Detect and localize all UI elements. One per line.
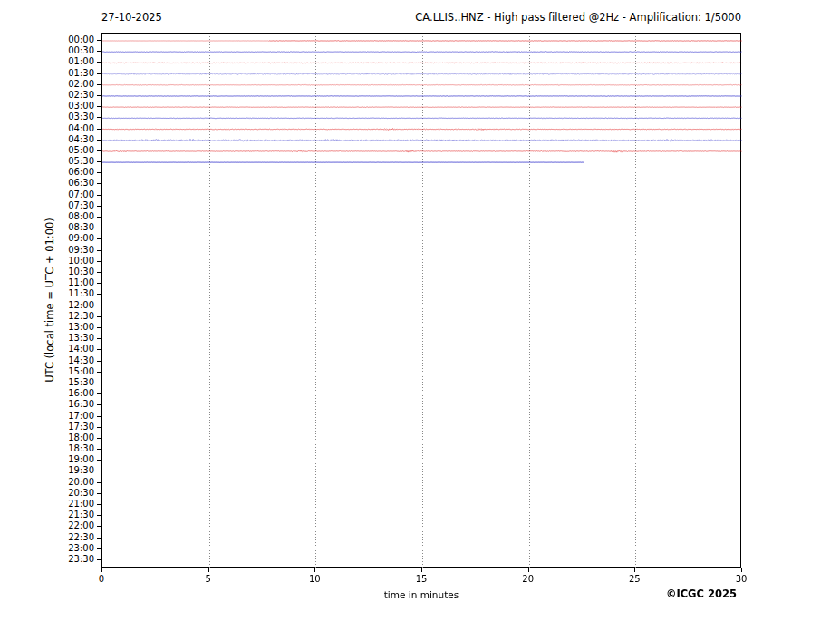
y-tick-mark (97, 140, 101, 141)
y-tick-label: 07:00 (0, 189, 94, 200)
y-tick-mark (97, 372, 101, 373)
y-tick-mark (97, 538, 101, 539)
y-tick-label: 13:00 (0, 322, 94, 333)
y-tick-mark (97, 217, 101, 218)
y-tick-label: 15:00 (0, 366, 94, 377)
y-tick-mark (97, 504, 101, 505)
y-tick-mark (97, 51, 101, 52)
y-tick-mark (97, 460, 101, 461)
x-tick-mark (101, 568, 102, 572)
y-tick-label: 06:30 (0, 178, 94, 189)
y-tick-label: 04:00 (0, 123, 94, 134)
y-tick-label: 11:30 (0, 288, 94, 299)
y-tick-label: 02:00 (0, 79, 94, 90)
y-tick-mark (97, 206, 101, 207)
y-tick-label: 03:30 (0, 112, 94, 122)
y-tick-label: 11:00 (0, 277, 94, 288)
y-tick-label: 04:30 (0, 134, 94, 145)
plot-title: CA.LLIS..HNZ - High pass filtered @2Hz -… (101, 11, 741, 24)
y-tick-label: 15:30 (0, 377, 94, 388)
y-tick-mark (97, 250, 101, 251)
y-tick-mark (97, 548, 101, 549)
y-tick-mark (97, 272, 101, 273)
y-tick-label: 12:30 (0, 311, 94, 322)
y-tick-mark (97, 306, 101, 306)
x-tick-label: 25 (621, 574, 648, 585)
y-tick-mark (97, 404, 101, 405)
y-tick-label: 10:00 (0, 256, 94, 267)
y-tick-mark (97, 559, 101, 560)
y-tick-mark (97, 73, 101, 74)
y-tick-label: 13:30 (0, 333, 94, 344)
y-tick-label: 02:30 (0, 90, 94, 101)
y-tick-mark (97, 161, 101, 162)
y-tick-mark (97, 117, 101, 118)
y-tick-mark (97, 150, 101, 151)
seismogram-canvas (102, 34, 742, 568)
y-tick-mark (97, 526, 101, 527)
y-tick-mark (97, 228, 101, 228)
x-tick-label: 20 (515, 574, 542, 585)
y-tick-label: 16:00 (0, 388, 94, 399)
x-tick-mark (741, 568, 742, 572)
y-tick-label: 00:30 (0, 45, 94, 56)
y-tick-mark (97, 129, 101, 130)
y-tick-mark (97, 183, 101, 184)
y-tick-label: 16:30 (0, 399, 94, 410)
y-tick-mark (97, 449, 101, 450)
x-tick-mark (314, 568, 315, 572)
y-tick-label: 20:30 (0, 488, 94, 499)
y-tick-label: 17:00 (0, 411, 94, 422)
x-tick-mark (421, 568, 422, 572)
y-tick-mark (97, 294, 101, 295)
helicorder-figure: 27-10-2025 CA.LLIS..HNZ - High pass filt… (0, 0, 840, 631)
y-tick-label: 01:00 (0, 56, 94, 67)
y-tick-label: 22:30 (0, 532, 94, 543)
x-tick-label: 15 (408, 574, 435, 585)
y-tick-mark (97, 482, 101, 483)
y-tick-label: 18:00 (0, 432, 94, 443)
y-tick-label: 03:00 (0, 101, 94, 112)
x-tick-mark (208, 568, 209, 572)
y-tick-mark (97, 106, 101, 107)
x-tick-label: 30 (728, 574, 755, 585)
y-tick-label: 20:00 (0, 477, 94, 488)
y-tick-label: 09:30 (0, 245, 94, 256)
y-tick-mark (97, 316, 101, 317)
y-tick-mark (97, 515, 101, 516)
y-tick-mark (97, 416, 101, 417)
x-tick-label: 10 (301, 574, 328, 585)
y-tick-mark (97, 283, 101, 284)
y-tick-mark (97, 393, 101, 394)
y-tick-mark (97, 349, 101, 350)
x-tick-label: 0 (88, 574, 115, 585)
y-tick-label: 05:00 (0, 145, 94, 156)
y-tick-mark (97, 40, 101, 41)
y-tick-label: 18:30 (0, 443, 94, 454)
y-tick-label: 17:30 (0, 422, 94, 432)
y-tick-label: 00:00 (0, 34, 94, 45)
y-tick-label: 19:00 (0, 454, 94, 465)
y-tick-mark (97, 95, 101, 96)
y-tick-label: 09:00 (0, 233, 94, 244)
y-tick-mark (97, 195, 101, 196)
y-tick-label: 05:30 (0, 156, 94, 167)
y-tick-mark (97, 62, 101, 63)
y-tick-label: 08:30 (0, 222, 94, 233)
x-tick-mark (634, 568, 635, 572)
y-tick-label: 07:30 (0, 200, 94, 211)
y-tick-label: 10:30 (0, 267, 94, 277)
y-tick-label: 01:30 (0, 68, 94, 79)
y-tick-mark (97, 383, 101, 383)
y-tick-mark (97, 84, 101, 85)
y-tick-mark (97, 361, 101, 362)
plot-area (101, 33, 741, 568)
y-tick-label: 14:30 (0, 355, 94, 366)
y-tick-mark (97, 438, 101, 439)
y-tick-mark (97, 238, 101, 239)
x-tick-label: 5 (195, 574, 222, 585)
y-tick-label: 23:00 (0, 543, 94, 554)
y-tick-label: 22:00 (0, 520, 94, 531)
y-tick-mark (97, 327, 101, 328)
y-tick-label: 08:00 (0, 211, 94, 222)
